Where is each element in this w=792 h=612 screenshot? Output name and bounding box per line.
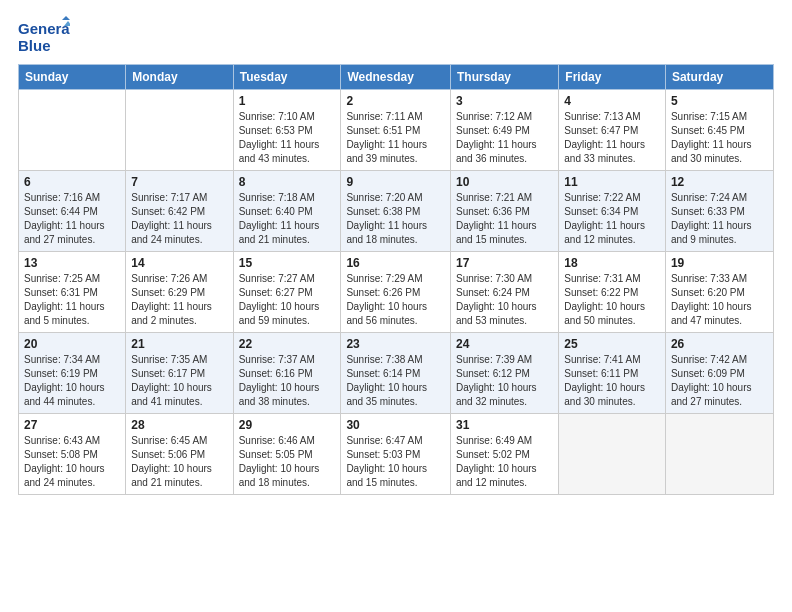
calendar-week-row: 1Sunrise: 7:10 AM Sunset: 6:53 PM Daylig… xyxy=(19,90,774,171)
day-info: Sunrise: 7:26 AM Sunset: 6:29 PM Dayligh… xyxy=(131,272,227,328)
day-info: Sunrise: 7:30 AM Sunset: 6:24 PM Dayligh… xyxy=(456,272,553,328)
calendar-cell: 4Sunrise: 7:13 AM Sunset: 6:47 PM Daylig… xyxy=(559,90,666,171)
calendar-cell xyxy=(126,90,233,171)
day-number: 24 xyxy=(456,337,553,351)
day-info: Sunrise: 7:10 AM Sunset: 6:53 PM Dayligh… xyxy=(239,110,336,166)
day-info: Sunrise: 7:29 AM Sunset: 6:26 PM Dayligh… xyxy=(346,272,445,328)
svg-text:General: General xyxy=(18,20,70,37)
day-info: Sunrise: 6:45 AM Sunset: 5:06 PM Dayligh… xyxy=(131,434,227,490)
calendar-cell: 20Sunrise: 7:34 AM Sunset: 6:19 PM Dayli… xyxy=(19,333,126,414)
day-number: 14 xyxy=(131,256,227,270)
day-info: Sunrise: 6:46 AM Sunset: 5:05 PM Dayligh… xyxy=(239,434,336,490)
calendar-cell: 9Sunrise: 7:20 AM Sunset: 6:38 PM Daylig… xyxy=(341,171,451,252)
calendar-cell: 12Sunrise: 7:24 AM Sunset: 6:33 PM Dayli… xyxy=(665,171,773,252)
logo-svg: General Blue xyxy=(18,16,70,56)
weekday-header-sunday: Sunday xyxy=(19,65,126,90)
day-info: Sunrise: 7:25 AM Sunset: 6:31 PM Dayligh… xyxy=(24,272,120,328)
day-number: 8 xyxy=(239,175,336,189)
calendar-cell xyxy=(19,90,126,171)
calendar-cell: 18Sunrise: 7:31 AM Sunset: 6:22 PM Dayli… xyxy=(559,252,666,333)
day-info: Sunrise: 7:35 AM Sunset: 6:17 PM Dayligh… xyxy=(131,353,227,409)
calendar-cell: 15Sunrise: 7:27 AM Sunset: 6:27 PM Dayli… xyxy=(233,252,341,333)
weekday-header-friday: Friday xyxy=(559,65,666,90)
day-number: 28 xyxy=(131,418,227,432)
day-info: Sunrise: 7:15 AM Sunset: 6:45 PM Dayligh… xyxy=(671,110,768,166)
calendar-cell xyxy=(665,414,773,495)
day-number: 4 xyxy=(564,94,660,108)
day-info: Sunrise: 7:22 AM Sunset: 6:34 PM Dayligh… xyxy=(564,191,660,247)
day-info: Sunrise: 7:20 AM Sunset: 6:38 PM Dayligh… xyxy=(346,191,445,247)
calendar-table: SundayMondayTuesdayWednesdayThursdayFrid… xyxy=(18,64,774,495)
day-number: 11 xyxy=(564,175,660,189)
calendar-cell: 3Sunrise: 7:12 AM Sunset: 6:49 PM Daylig… xyxy=(450,90,558,171)
svg-marker-2 xyxy=(62,16,70,20)
day-number: 19 xyxy=(671,256,768,270)
day-info: Sunrise: 7:33 AM Sunset: 6:20 PM Dayligh… xyxy=(671,272,768,328)
weekday-header-row: SundayMondayTuesdayWednesdayThursdayFrid… xyxy=(19,65,774,90)
day-info: Sunrise: 6:49 AM Sunset: 5:02 PM Dayligh… xyxy=(456,434,553,490)
day-number: 26 xyxy=(671,337,768,351)
day-info: Sunrise: 7:24 AM Sunset: 6:33 PM Dayligh… xyxy=(671,191,768,247)
day-number: 27 xyxy=(24,418,120,432)
header: General Blue xyxy=(18,16,774,56)
calendar-cell: 19Sunrise: 7:33 AM Sunset: 6:20 PM Dayli… xyxy=(665,252,773,333)
weekday-header-monday: Monday xyxy=(126,65,233,90)
calendar-cell: 10Sunrise: 7:21 AM Sunset: 6:36 PM Dayli… xyxy=(450,171,558,252)
day-number: 18 xyxy=(564,256,660,270)
day-number: 10 xyxy=(456,175,553,189)
day-number: 2 xyxy=(346,94,445,108)
day-number: 6 xyxy=(24,175,120,189)
day-info: Sunrise: 7:18 AM Sunset: 6:40 PM Dayligh… xyxy=(239,191,336,247)
day-number: 22 xyxy=(239,337,336,351)
calendar-cell: 21Sunrise: 7:35 AM Sunset: 6:17 PM Dayli… xyxy=(126,333,233,414)
day-info: Sunrise: 7:12 AM Sunset: 6:49 PM Dayligh… xyxy=(456,110,553,166)
day-number: 31 xyxy=(456,418,553,432)
calendar-week-row: 13Sunrise: 7:25 AM Sunset: 6:31 PM Dayli… xyxy=(19,252,774,333)
logo: General Blue xyxy=(18,16,70,56)
day-number: 29 xyxy=(239,418,336,432)
calendar-week-row: 20Sunrise: 7:34 AM Sunset: 6:19 PM Dayli… xyxy=(19,333,774,414)
day-number: 9 xyxy=(346,175,445,189)
day-info: Sunrise: 7:11 AM Sunset: 6:51 PM Dayligh… xyxy=(346,110,445,166)
day-number: 13 xyxy=(24,256,120,270)
day-info: Sunrise: 7:16 AM Sunset: 6:44 PM Dayligh… xyxy=(24,191,120,247)
calendar-cell: 5Sunrise: 7:15 AM Sunset: 6:45 PM Daylig… xyxy=(665,90,773,171)
calendar-cell: 2Sunrise: 7:11 AM Sunset: 6:51 PM Daylig… xyxy=(341,90,451,171)
calendar-cell: 11Sunrise: 7:22 AM Sunset: 6:34 PM Dayli… xyxy=(559,171,666,252)
day-number: 16 xyxy=(346,256,445,270)
weekday-header-wednesday: Wednesday xyxy=(341,65,451,90)
day-info: Sunrise: 6:43 AM Sunset: 5:08 PM Dayligh… xyxy=(24,434,120,490)
calendar-week-row: 27Sunrise: 6:43 AM Sunset: 5:08 PM Dayli… xyxy=(19,414,774,495)
day-info: Sunrise: 7:13 AM Sunset: 6:47 PM Dayligh… xyxy=(564,110,660,166)
svg-text:Blue: Blue xyxy=(18,37,51,54)
day-info: Sunrise: 7:31 AM Sunset: 6:22 PM Dayligh… xyxy=(564,272,660,328)
day-info: Sunrise: 7:21 AM Sunset: 6:36 PM Dayligh… xyxy=(456,191,553,247)
calendar-cell: 8Sunrise: 7:18 AM Sunset: 6:40 PM Daylig… xyxy=(233,171,341,252)
page: General Blue SundayMondayTuesdayWednesda… xyxy=(0,0,792,612)
calendar-cell: 24Sunrise: 7:39 AM Sunset: 6:12 PM Dayli… xyxy=(450,333,558,414)
calendar-cell: 22Sunrise: 7:37 AM Sunset: 6:16 PM Dayli… xyxy=(233,333,341,414)
calendar-cell: 1Sunrise: 7:10 AM Sunset: 6:53 PM Daylig… xyxy=(233,90,341,171)
calendar-cell: 31Sunrise: 6:49 AM Sunset: 5:02 PM Dayli… xyxy=(450,414,558,495)
calendar-cell: 26Sunrise: 7:42 AM Sunset: 6:09 PM Dayli… xyxy=(665,333,773,414)
day-number: 5 xyxy=(671,94,768,108)
day-info: Sunrise: 7:41 AM Sunset: 6:11 PM Dayligh… xyxy=(564,353,660,409)
day-number: 21 xyxy=(131,337,227,351)
calendar-week-row: 6Sunrise: 7:16 AM Sunset: 6:44 PM Daylig… xyxy=(19,171,774,252)
day-number: 30 xyxy=(346,418,445,432)
day-number: 7 xyxy=(131,175,227,189)
day-info: Sunrise: 7:37 AM Sunset: 6:16 PM Dayligh… xyxy=(239,353,336,409)
day-number: 15 xyxy=(239,256,336,270)
day-info: Sunrise: 7:38 AM Sunset: 6:14 PM Dayligh… xyxy=(346,353,445,409)
day-info: Sunrise: 7:17 AM Sunset: 6:42 PM Dayligh… xyxy=(131,191,227,247)
day-info: Sunrise: 7:42 AM Sunset: 6:09 PM Dayligh… xyxy=(671,353,768,409)
day-number: 1 xyxy=(239,94,336,108)
day-info: Sunrise: 7:39 AM Sunset: 6:12 PM Dayligh… xyxy=(456,353,553,409)
day-number: 3 xyxy=(456,94,553,108)
day-number: 17 xyxy=(456,256,553,270)
calendar-cell: 14Sunrise: 7:26 AM Sunset: 6:29 PM Dayli… xyxy=(126,252,233,333)
weekday-header-tuesday: Tuesday xyxy=(233,65,341,90)
calendar-cell: 29Sunrise: 6:46 AM Sunset: 5:05 PM Dayli… xyxy=(233,414,341,495)
calendar-cell: 13Sunrise: 7:25 AM Sunset: 6:31 PM Dayli… xyxy=(19,252,126,333)
calendar-cell: 23Sunrise: 7:38 AM Sunset: 6:14 PM Dayli… xyxy=(341,333,451,414)
